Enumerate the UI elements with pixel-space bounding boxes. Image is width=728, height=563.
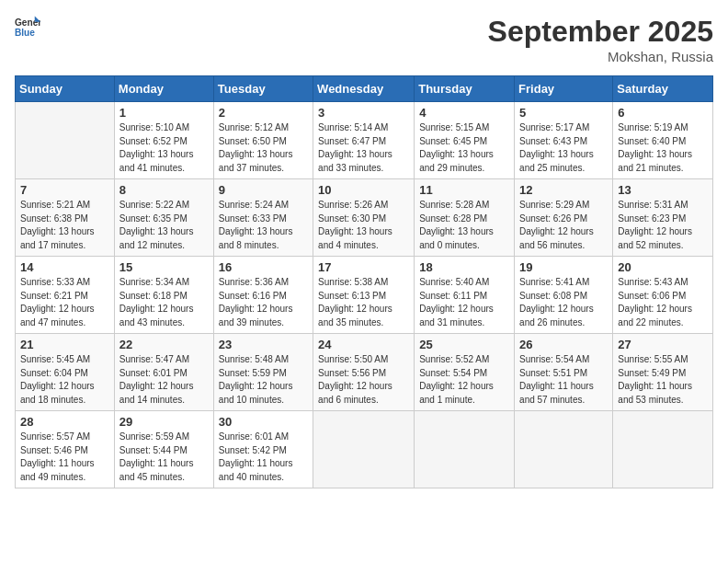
calendar-cell: 23Sunrise: 5:48 AM Sunset: 5:59 PM Dayli… — [213, 334, 313, 411]
day-detail: Sunrise: 5:59 AM Sunset: 5:44 PM Dayligh… — [119, 431, 209, 484]
month-title: September 2025 — [488, 15, 713, 49]
day-detail: Sunrise: 5:50 AM Sunset: 5:56 PM Dayligh… — [318, 353, 409, 407]
day-of-week-header: Sunday — [16, 76, 115, 102]
calendar-week-row: 14Sunrise: 5:33 AM Sunset: 6:21 PM Dayli… — [16, 257, 713, 334]
day-number: 22 — [119, 338, 209, 351]
day-detail: Sunrise: 5:47 AM Sunset: 6:01 PM Dayligh… — [119, 353, 209, 407]
calendar-cell: 5Sunrise: 5:17 AM Sunset: 6:43 PM Daylig… — [515, 102, 613, 179]
calendar-cell: 24Sunrise: 5:50 AM Sunset: 5:56 PM Dayli… — [313, 334, 415, 411]
calendar-cell: 17Sunrise: 5:38 AM Sunset: 6:13 PM Dayli… — [313, 257, 415, 334]
calendar-cell: 29Sunrise: 5:59 AM Sunset: 5:44 PM Dayli… — [114, 411, 213, 488]
calendar-week-row: 28Sunrise: 5:57 AM Sunset: 5:46 PM Dayli… — [16, 411, 713, 488]
calendar-cell: 16Sunrise: 5:36 AM Sunset: 6:16 PM Dayli… — [213, 257, 313, 334]
calendar-cell: 9Sunrise: 5:24 AM Sunset: 6:33 PM Daylig… — [213, 179, 313, 257]
calendar-cell: 11Sunrise: 5:28 AM Sunset: 6:28 PM Dayli… — [415, 179, 515, 257]
day-number: 15 — [119, 260, 209, 274]
day-number: 20 — [618, 260, 708, 274]
day-detail: Sunrise: 5:28 AM Sunset: 6:28 PM Dayligh… — [419, 199, 509, 252]
day-number: 6 — [618, 106, 708, 120]
day-of-week-header: Tuesday — [213, 76, 313, 102]
day-number: 23 — [219, 338, 308, 351]
calendar-cell: 1Sunrise: 5:10 AM Sunset: 6:52 PM Daylig… — [114, 102, 213, 179]
day-detail: Sunrise: 5:21 AM Sunset: 6:38 PM Dayligh… — [20, 199, 109, 252]
logo-icon: General Blue — [15, 15, 40, 40]
location: Mokshan, Russia — [488, 49, 713, 64]
calendar-cell: 28Sunrise: 5:57 AM Sunset: 5:46 PM Dayli… — [16, 411, 115, 488]
day-detail: Sunrise: 5:26 AM Sunset: 6:30 PM Dayligh… — [318, 199, 409, 252]
day-detail: Sunrise: 5:12 AM Sunset: 6:50 PM Dayligh… — [219, 121, 308, 175]
day-number: 5 — [519, 106, 608, 120]
day-detail: Sunrise: 5:55 AM Sunset: 5:49 PM Dayligh… — [618, 353, 708, 407]
calendar-cell: 15Sunrise: 5:34 AM Sunset: 6:18 PM Dayli… — [114, 257, 213, 334]
calendar-cell: 13Sunrise: 5:31 AM Sunset: 6:23 PM Dayli… — [613, 179, 713, 257]
day-detail: Sunrise: 5:38 AM Sunset: 6:13 PM Dayligh… — [318, 276, 409, 329]
calendar-header: SundayMondayTuesdayWednesdayThursdayFrid… — [16, 76, 713, 102]
calendar-cell: 3Sunrise: 5:14 AM Sunset: 6:47 PM Daylig… — [313, 102, 415, 179]
day-number: 27 — [618, 338, 708, 351]
calendar-cell — [613, 411, 713, 488]
day-detail: Sunrise: 5:52 AM Sunset: 5:54 PM Dayligh… — [419, 353, 509, 407]
day-of-week-header: Friday — [515, 76, 613, 102]
logo: General Blue — [15, 15, 40, 40]
day-number: 7 — [20, 183, 109, 197]
day-number: 12 — [519, 183, 608, 197]
day-number: 17 — [318, 260, 409, 274]
calendar-cell: 12Sunrise: 5:29 AM Sunset: 6:26 PM Dayli… — [515, 179, 613, 257]
calendar-cell: 8Sunrise: 5:22 AM Sunset: 6:35 PM Daylig… — [114, 179, 213, 257]
calendar-cell — [515, 411, 613, 488]
day-detail: Sunrise: 5:34 AM Sunset: 6:18 PM Dayligh… — [119, 276, 209, 329]
day-detail: Sunrise: 5:41 AM Sunset: 6:08 PM Dayligh… — [519, 276, 608, 329]
day-number: 10 — [318, 183, 409, 197]
day-detail: Sunrise: 5:57 AM Sunset: 5:46 PM Dayligh… — [20, 431, 109, 484]
day-detail: Sunrise: 6:01 AM Sunset: 5:42 PM Dayligh… — [219, 431, 308, 484]
calendar-cell: 19Sunrise: 5:41 AM Sunset: 6:08 PM Dayli… — [515, 257, 613, 334]
day-number: 16 — [219, 260, 308, 274]
day-detail: Sunrise: 5:10 AM Sunset: 6:52 PM Dayligh… — [119, 121, 209, 175]
calendar-cell: 7Sunrise: 5:21 AM Sunset: 6:38 PM Daylig… — [16, 179, 115, 257]
day-detail: Sunrise: 5:17 AM Sunset: 6:43 PM Dayligh… — [519, 121, 608, 175]
day-detail: Sunrise: 5:54 AM Sunset: 5:51 PM Dayligh… — [519, 353, 608, 407]
day-number: 18 — [419, 260, 509, 274]
day-detail: Sunrise: 5:36 AM Sunset: 6:16 PM Dayligh… — [219, 276, 308, 329]
calendar-cell: 14Sunrise: 5:33 AM Sunset: 6:21 PM Dayli… — [16, 257, 115, 334]
calendar-cell: 6Sunrise: 5:19 AM Sunset: 6:40 PM Daylig… — [613, 102, 713, 179]
calendar-cell: 25Sunrise: 5:52 AM Sunset: 5:54 PM Dayli… — [415, 334, 515, 411]
day-number: 14 — [20, 260, 109, 274]
day-number: 4 — [419, 106, 509, 120]
day-number: 19 — [519, 260, 608, 274]
day-detail: Sunrise: 5:40 AM Sunset: 6:11 PM Dayligh… — [419, 276, 509, 329]
day-number: 8 — [119, 183, 209, 197]
calendar-cell — [313, 411, 415, 488]
calendar-cell: 27Sunrise: 5:55 AM Sunset: 5:49 PM Dayli… — [613, 334, 713, 411]
day-number: 9 — [219, 183, 308, 197]
calendar-cell: 18Sunrise: 5:40 AM Sunset: 6:11 PM Dayli… — [415, 257, 515, 334]
day-detail: Sunrise: 5:31 AM Sunset: 6:23 PM Dayligh… — [618, 199, 708, 252]
day-detail: Sunrise: 5:22 AM Sunset: 6:35 PM Dayligh… — [119, 199, 209, 252]
header-row: SundayMondayTuesdayWednesdayThursdayFrid… — [16, 76, 713, 102]
day-of-week-header: Thursday — [415, 76, 515, 102]
day-number: 29 — [119, 415, 209, 429]
day-number: 11 — [419, 183, 509, 197]
calendar-body: 1Sunrise: 5:10 AM Sunset: 6:52 PM Daylig… — [16, 102, 713, 488]
day-detail: Sunrise: 5:24 AM Sunset: 6:33 PM Dayligh… — [219, 199, 308, 252]
day-detail: Sunrise: 5:33 AM Sunset: 6:21 PM Dayligh… — [20, 276, 109, 329]
calendar-week-row: 7Sunrise: 5:21 AM Sunset: 6:38 PM Daylig… — [16, 179, 713, 257]
day-detail: Sunrise: 5:29 AM Sunset: 6:26 PM Dayligh… — [519, 199, 608, 252]
day-of-week-header: Wednesday — [313, 76, 415, 102]
calendar-cell: 22Sunrise: 5:47 AM Sunset: 6:01 PM Dayli… — [114, 334, 213, 411]
title-area: September 2025 Mokshan, Russia — [488, 15, 713, 64]
day-detail: Sunrise: 5:48 AM Sunset: 5:59 PM Dayligh… — [219, 353, 308, 407]
calendar-cell: 21Sunrise: 5:45 AM Sunset: 6:04 PM Dayli… — [16, 334, 115, 411]
day-number: 21 — [20, 338, 109, 351]
day-detail: Sunrise: 5:43 AM Sunset: 6:06 PM Dayligh… — [618, 276, 708, 329]
page-header: General Blue September 2025 Mokshan, Rus… — [15, 15, 713, 64]
calendar-table: SundayMondayTuesdayWednesdayThursdayFrid… — [15, 75, 713, 488]
day-number: 13 — [618, 183, 708, 197]
day-number: 3 — [318, 106, 409, 120]
calendar-cell: 30Sunrise: 6:01 AM Sunset: 5:42 PM Dayli… — [213, 411, 313, 488]
calendar-cell — [16, 102, 115, 179]
day-of-week-header: Saturday — [613, 76, 713, 102]
day-detail: Sunrise: 5:45 AM Sunset: 6:04 PM Dayligh… — [20, 353, 109, 407]
day-number: 24 — [318, 338, 409, 351]
day-number: 1 — [119, 106, 209, 120]
